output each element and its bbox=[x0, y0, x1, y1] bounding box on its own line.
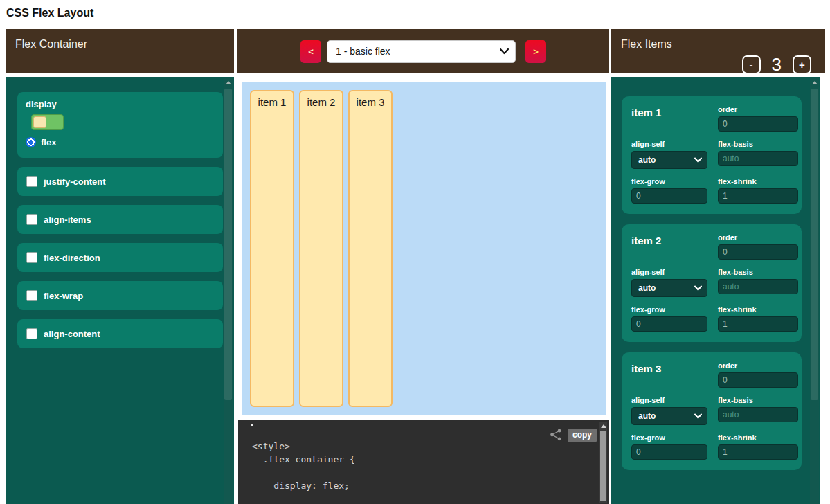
item-1-flex-grow-field: flex-grow bbox=[631, 177, 707, 204]
item-count-stepper: - 3 + bbox=[742, 54, 811, 75]
item-1-order-input[interactable] bbox=[718, 116, 798, 132]
example-select[interactable]: 1 - basic flex bbox=[327, 40, 516, 63]
display-label: display bbox=[26, 99, 215, 109]
item-2-flex-shrink-input[interactable] bbox=[718, 316, 798, 332]
next-example-button[interactable]: > bbox=[525, 40, 546, 63]
example-nav-header: < 1 - basic flex > bbox=[237, 29, 609, 73]
item-2-align-self-select[interactable]: auto bbox=[631, 279, 707, 297]
flex-basis-label: flex-basis bbox=[718, 140, 798, 148]
item-1-flex-grow-input[interactable] bbox=[631, 188, 707, 204]
item-2-order-field: order bbox=[718, 233, 798, 260]
item-3-align-self-field: align-self auto bbox=[631, 396, 707, 425]
display-control-card: display flex bbox=[17, 92, 223, 158]
item-2-order-input[interactable] bbox=[718, 244, 798, 260]
item-3-flex-shrink-input[interactable] bbox=[718, 444, 798, 460]
order-label: order bbox=[718, 361, 798, 370]
code-block: <style> .flex-container { display: flex; bbox=[252, 440, 355, 492]
item-3-flex-grow-input[interactable] bbox=[631, 444, 707, 460]
flex-container-panel: display flex justify-content align-items… bbox=[6, 77, 234, 504]
share-icon[interactable] bbox=[549, 428, 563, 442]
item-2-align-self-field: align-self auto bbox=[631, 268, 707, 297]
flex-grow-label: flex-grow bbox=[631, 177, 707, 186]
scroll-up-icon[interactable] bbox=[601, 424, 606, 428]
justify-content-checkbox[interactable] bbox=[26, 176, 37, 187]
code-line: .flex-container { bbox=[252, 453, 355, 466]
stage-item-2: item 2 bbox=[299, 90, 343, 407]
display-toggle[interactable] bbox=[31, 114, 64, 130]
item-3-flex-grow-field: flex-grow bbox=[631, 433, 707, 460]
page-title: CSS Flex Layout bbox=[6, 7, 93, 19]
scroll-up-icon[interactable] bbox=[812, 81, 818, 84]
item-1-align-self-field: align-self auto bbox=[631, 140, 707, 169]
flex-wrap-label: flex-wrap bbox=[44, 291, 83, 301]
justify-content-card[interactable]: justify-content bbox=[17, 167, 223, 196]
flex-grow-label: flex-grow bbox=[631, 433, 707, 442]
item-1-flex-basis-field: flex-basis bbox=[718, 140, 798, 169]
remove-item-button[interactable]: - bbox=[742, 55, 761, 74]
align-content-label: align-content bbox=[44, 329, 100, 339]
right-panel-scrollbar[interactable] bbox=[810, 78, 819, 504]
flex-radio[interactable] bbox=[26, 137, 36, 147]
align-self-label: align-self bbox=[631, 140, 707, 148]
item-2-flex-grow-field: flex-grow bbox=[631, 305, 707, 332]
item-3-order-field: order bbox=[718, 361, 798, 388]
prev-example-button[interactable]: < bbox=[300, 40, 321, 63]
flex-container-title: Flex Container bbox=[15, 38, 87, 51]
flex-items-title: Flex Items bbox=[621, 38, 672, 51]
flex-direction-checkbox[interactable] bbox=[26, 252, 37, 263]
item-3-flex-basis-input[interactable] bbox=[718, 407, 798, 422]
copy-button[interactable]: copy bbox=[568, 429, 597, 442]
display-flex-radio-row[interactable]: flex bbox=[26, 137, 215, 147]
flex-shrink-label: flex-shrink bbox=[718, 433, 798, 442]
item-1-card: item 1 order align-self auto flex-basis bbox=[622, 96, 802, 214]
flex-radio-label: flex bbox=[41, 137, 56, 147]
item-3-order-input[interactable] bbox=[718, 372, 798, 388]
code-line: <style> bbox=[252, 440, 355, 453]
item-3-align-self-select[interactable]: auto bbox=[631, 407, 707, 425]
flex-preview-stage: item 1 item 2 item 3 bbox=[242, 82, 606, 415]
flex-container-header: Flex Container bbox=[6, 29, 234, 73]
item-1-title: item 1 bbox=[631, 105, 707, 132]
item-1-align-self-select[interactable]: auto bbox=[631, 151, 707, 169]
item-3-flex-basis-field: flex-basis bbox=[718, 396, 798, 425]
order-label: order bbox=[718, 233, 798, 242]
item-2-card: item 2 order align-self auto flex-basis bbox=[622, 224, 802, 342]
flex-wrap-card[interactable]: flex-wrap bbox=[17, 281, 223, 310]
flex-basis-label: flex-basis bbox=[718, 268, 798, 276]
flex-shrink-label: flex-shrink bbox=[718, 305, 798, 314]
stage-item-3: item 3 bbox=[348, 90, 393, 407]
display-toggle-knob[interactable] bbox=[33, 116, 46, 128]
item-1-flex-basis-input[interactable] bbox=[718, 151, 798, 166]
code-scrollbar-thumb[interactable] bbox=[600, 431, 606, 501]
align-self-label: align-self bbox=[631, 396, 707, 404]
code-cursor-dot bbox=[251, 424, 253, 426]
item-1-flex-shrink-input[interactable] bbox=[718, 188, 798, 204]
align-content-checkbox[interactable] bbox=[26, 328, 37, 339]
scroll-up-icon[interactable] bbox=[226, 81, 231, 84]
add-item-button[interactable]: + bbox=[793, 55, 811, 74]
align-items-label: align-items bbox=[44, 215, 91, 225]
left-panel-scrollbar[interactable] bbox=[224, 78, 233, 504]
item-2-title: item 2 bbox=[631, 233, 707, 260]
left-panel-scrollbar-thumb[interactable] bbox=[224, 89, 232, 400]
align-self-label: align-self bbox=[631, 268, 707, 276]
flex-items-panel: item 1 order align-self auto flex-basis bbox=[611, 77, 820, 504]
item-3-flex-shrink-field: flex-shrink bbox=[718, 433, 798, 460]
stage-item-1: item 1 bbox=[250, 90, 294, 407]
code-line: display: flex; bbox=[252, 479, 355, 492]
right-panel-scrollbar-thumb[interactable] bbox=[811, 89, 818, 400]
flex-direction-label: flex-direction bbox=[44, 253, 100, 263]
flex-wrap-checkbox[interactable] bbox=[26, 290, 37, 301]
item-2-flex-grow-input[interactable] bbox=[631, 316, 707, 332]
align-items-checkbox[interactable] bbox=[26, 214, 37, 225]
item-2-flex-basis-input[interactable] bbox=[718, 279, 798, 294]
order-label: order bbox=[718, 105, 798, 114]
flex-grow-label: flex-grow bbox=[631, 305, 707, 314]
code-scrollbar[interactable] bbox=[599, 422, 607, 503]
align-items-card[interactable]: align-items bbox=[17, 205, 223, 234]
flex-items-header: Flex Items - 3 + bbox=[611, 29, 825, 73]
align-content-card[interactable]: align-content bbox=[17, 319, 223, 348]
flex-direction-card[interactable]: flex-direction bbox=[17, 243, 223, 272]
item-3-card: item 3 order align-self auto flex-basis bbox=[622, 352, 802, 470]
justify-content-label: justify-content bbox=[44, 177, 106, 187]
